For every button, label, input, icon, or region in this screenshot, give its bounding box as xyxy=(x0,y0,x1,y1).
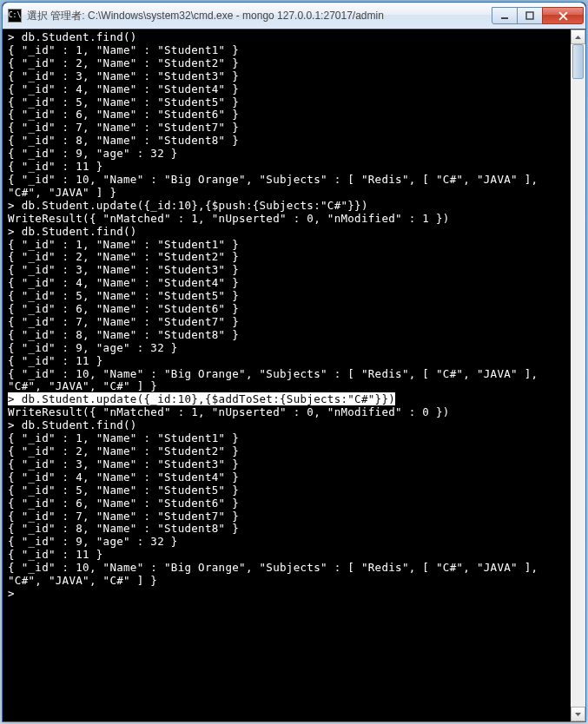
terminal-line: { "_id" : 2, "Name" : "Student2" } xyxy=(8,57,569,70)
terminal-line: { "_id" : 7, "Name" : "Student7" } xyxy=(8,122,569,135)
vertical-scrollbar[interactable] xyxy=(571,30,585,721)
minimize-button[interactable] xyxy=(492,7,518,24)
terminal-line: > db.Student.find() xyxy=(8,419,569,432)
terminal-line: { "_id" : 3, "Name" : "Student3" } xyxy=(8,458,569,471)
terminal-line: > xyxy=(8,588,569,601)
terminal-line: > db.Student.update({_id:10},{$addToSet:… xyxy=(8,393,569,406)
terminal-line: { "_id" : 5, "Name" : "Student5" } xyxy=(8,96,569,109)
scroll-thumb[interactable] xyxy=(572,44,584,79)
terminal-line: { "_id" : 7, "Name" : "Student7" } xyxy=(8,316,569,329)
scroll-track[interactable] xyxy=(571,44,585,707)
maximize-button[interactable] xyxy=(517,7,543,24)
console-area: > db.Student.find(){ "_id" : 1, "Name" :… xyxy=(3,29,585,721)
terminal-line: { "_id" : 10, "Name" : "Big Orange", "Su… xyxy=(8,368,569,394)
terminal-line: { "_id" : 5, "Name" : "Student5" } xyxy=(8,290,569,303)
terminal-line: { "_id" : 9, "age" : 32 } xyxy=(8,342,569,355)
close-button[interactable] xyxy=(542,7,584,24)
terminal-line: > db.Student.find() xyxy=(8,226,569,239)
terminal-line: { "_id" : 6, "Name" : "Student6" } xyxy=(8,497,569,510)
terminal-line: { "_id" : 8, "Name" : "Student8" } xyxy=(8,329,569,342)
terminal-line: { "_id" : 11 } xyxy=(8,355,569,368)
cmd-icon-text: C:\ xyxy=(9,12,21,19)
terminal-line: WriteResult({ "nMatched" : 1, "nUpserted… xyxy=(8,213,569,226)
terminal-line: { "_id" : 1, "Name" : "Student1" } xyxy=(8,239,569,252)
terminal-line: { "_id" : 1, "Name" : "Student1" } xyxy=(8,44,569,57)
scroll-down-button[interactable] xyxy=(571,707,585,721)
terminal-line: { "_id" : 6, "Name" : "Student6" } xyxy=(8,303,569,316)
terminal-output[interactable]: > db.Student.find(){ "_id" : 1, "Name" :… xyxy=(3,30,571,721)
terminal-window: C:\ 選択 管理者: C:\Windows\system32\cmd.exe … xyxy=(2,2,586,722)
terminal-line: { "_id" : 3, "Name" : "Student3" } xyxy=(8,264,569,277)
terminal-line: { "_id" : 10, "Name" : "Big Orange", "Su… xyxy=(8,562,569,588)
cmd-icon: C:\ xyxy=(8,9,22,23)
terminal-line: { "_id" : 4, "Name" : "Student4" } xyxy=(8,83,569,96)
terminal-line: { "_id" : 2, "Name" : "Student2" } xyxy=(8,445,569,458)
terminal-line: { "_id" : 4, "Name" : "Student4" } xyxy=(8,471,569,484)
terminal-line: { "_id" : 3, "Name" : "Student3" } xyxy=(8,70,569,83)
terminal-line: { "_id" : 9, "age" : 32 } xyxy=(8,536,569,549)
terminal-line: { "_id" : 5, "Name" : "Student5" } xyxy=(8,484,569,497)
titlebar[interactable]: C:\ 選択 管理者: C:\Windows\system32\cmd.exe … xyxy=(3,3,585,29)
window-title: 選択 管理者: C:\Windows\system32\cmd.exe - mo… xyxy=(27,9,492,23)
terminal-line: { "_id" : 7, "Name" : "Student7" } xyxy=(8,510,569,523)
terminal-line: { "_id" : 1, "Name" : "Student1" } xyxy=(8,432,569,445)
terminal-line: { "_id" : 11 } xyxy=(8,549,569,562)
terminal-line: { "_id" : 10, "Name" : "Big Orange", "Su… xyxy=(8,174,569,200)
terminal-line: { "_id" : 9, "age" : 32 } xyxy=(8,148,569,161)
terminal-line: WriteResult({ "nMatched" : 1, "nUpserted… xyxy=(8,406,569,419)
terminal-line: > db.Student.find() xyxy=(8,31,569,44)
svg-rect-0 xyxy=(501,17,508,19)
window-controls xyxy=(492,7,584,24)
terminal-line: { "_id" : 8, "Name" : "Student8" } xyxy=(8,523,569,536)
terminal-line: { "_id" : 2, "Name" : "Student2" } xyxy=(8,251,569,264)
terminal-line: { "_id" : 4, "Name" : "Student4" } xyxy=(8,277,569,290)
terminal-line: > db.Student.update({_id:10},{$push:{Sub… xyxy=(8,200,569,213)
scroll-up-button[interactable] xyxy=(571,30,585,44)
terminal-line: { "_id" : 8, "Name" : "Student8" } xyxy=(8,135,569,148)
terminal-line: { "_id" : 11 } xyxy=(8,161,569,174)
terminal-line: { "_id" : 6, "Name" : "Student6" } xyxy=(8,109,569,122)
svg-rect-1 xyxy=(526,12,533,19)
